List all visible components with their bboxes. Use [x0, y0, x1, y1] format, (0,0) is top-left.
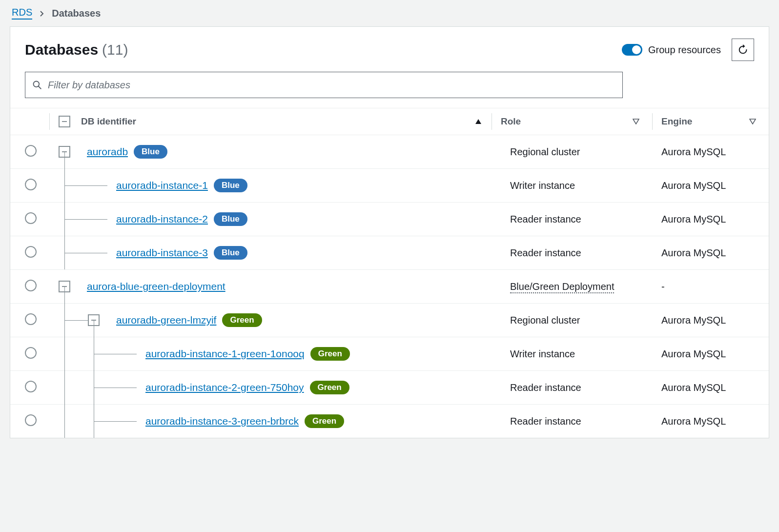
table-row: aurora-blue-green-deploymentBlue/Green D…	[10, 270, 769, 304]
breadcrumb: RDS Databases	[0, 0, 779, 26]
databases-table: DB identifier Role Engine auroradbBlue	[10, 108, 769, 438]
engine-cell: Aurora MySQL	[661, 382, 769, 393]
search-icon	[32, 80, 42, 90]
role-cell: Writer instance	[510, 180, 661, 191]
engine-cell: Aurora MySQL	[661, 315, 769, 326]
blue-badge: Blue	[214, 246, 247, 260]
table-row: auroradbBlueRegional clusterAurora MySQL	[10, 135, 769, 169]
tree-indent	[59, 405, 140, 438]
chevron-right-icon	[39, 8, 45, 19]
refresh-icon	[738, 44, 748, 55]
db-identifier-link[interactable]: auroradb-instance-1-green-1onooq	[145, 348, 305, 360]
sort-ascending-icon	[475, 116, 482, 127]
row-select-radio[interactable]	[25, 212, 37, 224]
role-cell: Blue/Green Deployment	[510, 281, 661, 292]
refresh-button[interactable]	[732, 39, 754, 61]
breadcrumb-current: Databases	[52, 8, 101, 19]
table-row: auroradb-instance-1-green-1onooqGreenWri…	[10, 337, 769, 371]
engine-cell: Aurora MySQL	[661, 247, 769, 259]
page-title: Databases	[25, 41, 98, 58]
role-cell: Reader instance	[510, 247, 661, 259]
role-cell: Reader instance	[510, 416, 661, 427]
tree-indent	[59, 135, 81, 168]
group-resources-toggle[interactable]: Group resources	[622, 44, 721, 56]
tree-indent	[59, 270, 81, 303]
row-select-radio[interactable]	[25, 246, 37, 258]
engine-cell: Aurora MySQL	[661, 348, 769, 360]
engine-cell: Aurora MySQL	[661, 146, 769, 158]
column-header-db-identifier[interactable]: DB identifier	[81, 116, 492, 127]
breadcrumb-root[interactable]: RDS	[12, 7, 32, 20]
db-identifier-link[interactable]: auroradb-green-lmzyif	[116, 314, 216, 326]
engine-cell: Aurora MySQL	[661, 416, 769, 427]
row-select-radio[interactable]	[25, 313, 37, 325]
table-row: auroradb-instance-2-green-750hoyGreenRea…	[10, 371, 769, 405]
blue-badge: Blue	[134, 145, 167, 159]
tree-indent	[59, 371, 140, 404]
filter-input[interactable]	[48, 80, 615, 91]
db-identifier-link[interactable]: auroradb-instance-1	[116, 180, 208, 191]
table-row: auroradb-instance-3BlueReader instanceAu…	[10, 236, 769, 270]
green-badge: Green	[310, 347, 350, 361]
row-select-radio[interactable]	[25, 347, 37, 359]
green-badge: Green	[305, 414, 344, 428]
role-cell: Regional cluster	[510, 315, 661, 326]
toggle-label: Group resources	[648, 44, 721, 56]
db-identifier-link[interactable]: auroradb-instance-3	[116, 247, 208, 259]
tree-indent	[59, 169, 110, 202]
db-identifier-link[interactable]: auroradb-instance-2-green-750hoy	[145, 382, 304, 393]
db-identifier-link[interactable]: auroradb-instance-3-green-brbrck	[145, 415, 299, 427]
table-row: auroradb-green-lmzyifGreenRegional clust…	[10, 304, 769, 337]
filter-box[interactable]	[25, 72, 623, 98]
table-header: DB identifier Role Engine	[10, 108, 769, 135]
green-badge: Green	[310, 381, 349, 394]
panel-header: Databases (11) Group resources	[10, 27, 769, 67]
caret-down-icon	[633, 116, 639, 127]
engine-cell: Aurora MySQL	[661, 214, 769, 225]
caret-down-icon	[749, 116, 756, 127]
toggle-track	[622, 44, 642, 56]
tree-indent	[59, 337, 140, 370]
table-body: auroradbBlueRegional clusterAurora MySQL…	[10, 135, 769, 438]
role-cell: Reader instance	[510, 214, 661, 225]
engine-cell: Aurora MySQL	[661, 180, 769, 191]
green-badge: Green	[222, 313, 262, 327]
db-identifier-link[interactable]: auroradb-instance-2	[116, 213, 208, 225]
svg-line-1	[39, 86, 41, 89]
row-select-radio[interactable]	[25, 179, 37, 190]
blue-badge: Blue	[214, 212, 247, 226]
expand-all-toggle[interactable]	[59, 116, 70, 127]
db-identifier-link[interactable]: auroradb	[87, 146, 128, 158]
row-select-radio[interactable]	[25, 280, 37, 291]
role-tooltip-text[interactable]: Blue/Green Deployment	[510, 281, 614, 293]
databases-panel: Databases (11) Group resources	[10, 26, 769, 438]
engine-cell: -	[661, 281, 769, 292]
table-row: auroradb-instance-2BlueReader instanceAu…	[10, 203, 769, 236]
filter-section	[10, 67, 769, 108]
tree-indent	[59, 236, 110, 269]
db-identifier-link[interactable]: aurora-blue-green-deployment	[87, 281, 226, 292]
row-select-radio[interactable]	[25, 381, 37, 392]
blue-badge: Blue	[214, 179, 247, 192]
role-cell: Reader instance	[510, 382, 661, 393]
row-select-radio[interactable]	[25, 414, 37, 426]
role-cell: Writer instance	[510, 348, 661, 360]
column-header-engine[interactable]: Engine	[661, 116, 769, 127]
row-select-radio[interactable]	[25, 145, 37, 157]
svg-point-0	[34, 82, 40, 87]
role-cell: Regional cluster	[510, 146, 661, 158]
table-row: auroradb-instance-3-green-brbrckGreenRea…	[10, 405, 769, 438]
column-header-role[interactable]: Role	[501, 116, 652, 127]
table-row: auroradb-instance-1BlueWriter instanceAu…	[10, 169, 769, 203]
tree-indent	[59, 304, 110, 337]
tree-indent	[59, 203, 110, 236]
resource-count: (11)	[102, 41, 128, 58]
